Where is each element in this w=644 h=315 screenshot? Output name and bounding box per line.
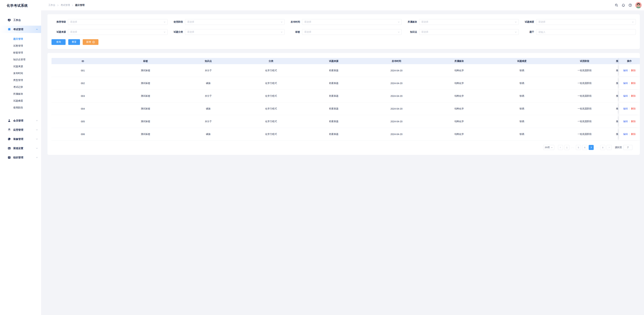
cell-category: 化学方程式 [240, 120, 302, 123]
column-header-tag: 标签 [114, 60, 177, 63]
sidebar-subitem-knowledge-management[interactable]: 知识点管理 [0, 56, 41, 63]
sidebar-subitem-difficulty[interactable]: 试题难度 [0, 97, 41, 104]
cell-tag: 测试标签 [114, 94, 177, 97]
filter-label: 使用阶段 [168, 20, 183, 23]
sidebar-subitem-exam-records[interactable]: 考试记录 [0, 84, 41, 90]
cell-source: 初赛真题 [302, 82, 322, 85]
cell-id: 003 [52, 95, 114, 97]
sidebar-item-label: 装修管理 [13, 138, 36, 141]
filter-grid: 推荐等级 请选择 使用阶段 请选择 发布时间 请选择 [52, 19, 322, 35]
cell-knowledge: 碳族 [177, 107, 240, 110]
cell-source: 初赛真题 [302, 120, 322, 123]
table-row: 002 测试标签 碳族 化学方程式 初赛真题 2024-04-20 结构化学 较… [52, 77, 322, 90]
select-placeholder: 请选择 [70, 30, 77, 33]
chevron-down-icon [36, 119, 38, 122]
select-tag[interactable]: 请选择 [302, 29, 322, 35]
sidebar-subitem-tag-management[interactable]: 标签管理 [0, 49, 41, 56]
cell-id: 001 [52, 69, 114, 72]
topbar: 工作台 考试管理 题目管理 [41, 0, 322, 10]
news-icon [8, 147, 11, 150]
cell-knowledge: 碳族 [177, 133, 240, 136]
sidebar-item-decoration-management[interactable]: 装修管理 [0, 135, 41, 143]
filter-publish-time: 发布时间 请选择 [286, 19, 322, 25]
select-question-category[interactable]: 请选择 [185, 29, 284, 35]
app-logo: 化学考试系统 [0, 0, 41, 8]
chevron-down-icon [36, 129, 38, 131]
cell-tag: 测试标签 [114, 82, 177, 85]
filter-buttons: 查询 重置 新增 [52, 39, 322, 45]
column-header-category: 分类 [240, 60, 302, 63]
cell-id: 005 [52, 120, 114, 123]
column-header-id: ID [52, 60, 114, 62]
sidebar-item-organization-management[interactable]: 组织管理 [0, 154, 41, 157]
cell-id: 006 [52, 133, 114, 136]
breadcrumb: 工作台 考试管理 题目管理 [41, 4, 84, 7]
cell-category: 化学方程式 [240, 94, 302, 97]
sidebar-item-member-management[interactable]: 会员管理 [0, 117, 41, 124]
exam-management-submenu: 题目管理 试卷管理 标签管理 知识点管理 试题来源 发布时间 类型管理 考试记录… [0, 35, 41, 111]
sidebar-subitem-module[interactable]: 所属板块 [0, 90, 41, 97]
sidebar-subitem-paper-management[interactable]: 试卷管理 [0, 42, 41, 49]
sidebar-nav: 工作台 考试管理 题目管理 试卷管理 标签管理 知识点管理 试题来源 发布时间 … [0, 16, 41, 157]
question-table: ID 标签 知识点 分类 试题来源 发布时间 所属板块 试题难度 试用阶段 推 … [52, 58, 322, 141]
doc-icon [8, 156, 11, 157]
cell-id: 004 [52, 107, 114, 110]
sidebar-subitem-question-management[interactable]: 题目管理 [0, 35, 41, 42]
breadcrumb-item-workbench[interactable]: 工作台 [48, 4, 55, 7]
cell-source: 初赛真题 [302, 133, 322, 136]
sidebar-item-workbench[interactable]: 工作台 [0, 16, 41, 24]
cell-source: 初赛真题 [302, 94, 322, 97]
table-row: 003 测试标签 水分子 化学方程式 初赛真题 2024-04-20 结构化学 … [52, 90, 322, 102]
breadcrumb-item-question-management: 题目管理 [75, 4, 84, 7]
sidebar-item-app-management[interactable]: 应用管理 [0, 126, 41, 134]
cell-source: 初赛真题 [302, 69, 322, 72]
chevron-down-icon [280, 21, 283, 23]
table-header-row: ID 标签 知识点 分类 试题来源 发布时间 所属板块 试题难度 试用阶段 推 … [52, 58, 322, 64]
filter-question-source: 试题来源 请选择 [52, 29, 168, 35]
cell-tag: 测试标签 [114, 120, 177, 123]
palette-icon [8, 137, 11, 141]
select-question-source[interactable]: 请选择 [68, 29, 168, 35]
select-use-stage[interactable]: 请选择 [185, 19, 284, 25]
select-placeholder: 请选择 [187, 30, 194, 33]
select-placeholder: 请选择 [187, 20, 194, 23]
cell-category: 化学方程式 [240, 133, 302, 136]
select-placeholder: 请选择 [70, 20, 77, 23]
reset-button[interactable]: 重置 [68, 39, 80, 45]
select-publish-time[interactable]: 请选择 [302, 19, 322, 25]
cell-category: 化学方程式 [240, 69, 302, 72]
add-button[interactable]: 新增 [83, 39, 98, 45]
filter-label: 推荐等级 [52, 20, 66, 23]
sidebar-subitem-type-management[interactable]: 类型管理 [0, 77, 41, 84]
chevron-right-icon [57, 4, 59, 6]
question-table-panel: ID 标签 知识点 分类 试题来源 发布时间 所属板块 试题难度 试用阶段 推 … [48, 53, 322, 155]
sidebar-subitem-question-source[interactable]: 试题来源 [0, 63, 41, 70]
sidebar-item-channel-settings[interactable]: 渠道设置 [0, 145, 41, 152]
cell-knowledge: 碳族 [177, 82, 240, 85]
sidebar-item-label: 应用管理 [13, 128, 36, 132]
chevron-down-icon [36, 147, 38, 149]
cell-category: 化学方程式 [240, 107, 302, 110]
cell-tag: 测试标签 [114, 107, 177, 110]
sidebar-subitem-publish-time[interactable]: 发布时间 [0, 70, 41, 77]
chevron-down-icon [164, 31, 166, 33]
search-button[interactable]: 查询 [52, 39, 66, 45]
sidebar-item-label: 考试管理 [13, 28, 36, 31]
sidebar-subitem-use-stage[interactable]: 使用阶段 [0, 104, 41, 111]
book-icon [8, 28, 11, 31]
filter-question-category: 试题分类 请选择 [168, 29, 284, 35]
cell-tag: 测试标签 [114, 69, 177, 72]
cell-knowledge: 水分子 [177, 94, 240, 97]
column-header-knowledge: 知识点 [177, 60, 240, 63]
column-header-source: 试题来源 [302, 60, 322, 63]
filter-label: 标签 [286, 30, 300, 33]
select-recommend-level[interactable]: 请选择 [68, 19, 168, 25]
cell-source: 初赛真题 [302, 107, 322, 110]
cell-id: 002 [52, 82, 114, 85]
cell-tag: 测试标签 [114, 133, 177, 136]
cell-knowledge: 水分子 [177, 120, 240, 123]
add-button-label: 新增 [86, 40, 91, 43]
breadcrumb-item-exam-management[interactable]: 考试管理 [60, 4, 70, 7]
chevron-down-icon [164, 21, 166, 23]
sidebar-item-exam-management[interactable]: 考试管理 [0, 26, 41, 33]
